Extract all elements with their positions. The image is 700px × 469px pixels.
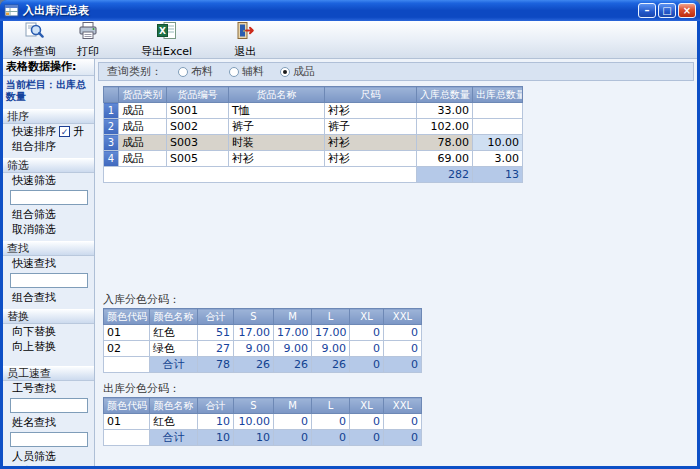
quick-find-link[interactable]: 快速查找 <box>3 256 94 271</box>
col-header-xxl[interactable]: XXL <box>384 309 422 325</box>
person-filter-link[interactable]: 人员筛选 <box>3 449 94 464</box>
cell[interactable]: S005 <box>167 151 229 167</box>
cell[interactable]: 0 <box>384 414 422 430</box>
cell[interactable]: 3.00 <box>473 151 523 167</box>
quick-filter-input[interactable] <box>10 190 88 205</box>
cell[interactable]: 成品 <box>119 119 167 135</box>
col-header-s[interactable]: S <box>234 398 274 414</box>
close-button[interactable]: × <box>678 3 696 18</box>
col-header-s[interactable]: S <box>234 309 274 325</box>
col-header-l[interactable]: L <box>312 398 350 414</box>
active-cell[interactable]: 10.00 <box>473 135 523 151</box>
replace-down-link[interactable]: 向下替换 <box>3 324 94 339</box>
import-data-link[interactable]: 导入数据 <box>3 464 94 466</box>
table-row[interactable]: 01 红色 10 10.00 0 0 0 0 <box>104 414 422 430</box>
col-header-xxl[interactable]: XXL <box>384 398 422 414</box>
cell[interactable]: 0 <box>350 325 384 341</box>
cell[interactable]: 红色 <box>150 325 198 341</box>
minimize-button[interactable]: – <box>638 3 656 18</box>
cell[interactable]: 衬衫 <box>325 103 417 119</box>
cell[interactable]: 裤子 <box>229 119 325 135</box>
combo-sort-link[interactable]: 组合排序 <box>3 139 94 154</box>
col-header-xl[interactable]: XL <box>350 398 384 414</box>
table-row-selected[interactable]: 3 成品 S003 时装 衬衫 78.00 10.00 <box>104 135 523 151</box>
cell[interactable]: 51 <box>198 325 234 341</box>
col-header-subtotal[interactable]: 合计 <box>198 309 234 325</box>
find-by-id-link[interactable]: 工号查找 <box>3 381 94 396</box>
table-row[interactable]: 4 成品 S005 衬衫 衬衫 69.00 3.00 <box>104 151 523 167</box>
ascending-checkbox[interactable] <box>59 126 70 137</box>
title-bar[interactable]: 入出库汇总表 – □ × <box>0 0 700 21</box>
quick-find-input[interactable] <box>10 273 88 288</box>
cell[interactable]: 01 <box>104 414 150 430</box>
cell[interactable]: 成品 <box>119 135 167 151</box>
cell[interactable]: S001 <box>167 103 229 119</box>
employee-id-input[interactable] <box>10 398 88 413</box>
cell[interactable]: S002 <box>167 119 229 135</box>
cell[interactable]: 9.00 <box>274 341 312 357</box>
cell[interactable]: 衬衫 <box>229 151 325 167</box>
cell[interactable]: 0 <box>350 341 384 357</box>
col-header-l[interactable]: L <box>312 309 350 325</box>
table-row[interactable]: 2 成品 S002 裤子 裤子 102.00 <box>104 119 523 135</box>
replace-up-link[interactable]: 向上替换 <box>3 339 94 354</box>
cell[interactable]: S003 <box>167 135 229 151</box>
table-row[interactable]: 02 绿色 27 9.00 9.00 9.00 0 0 <box>104 341 422 357</box>
col-header-category[interactable]: 货品类别 <box>119 87 167 103</box>
print-button[interactable]: 打印 <box>65 23 111 57</box>
cell[interactable]: 0 <box>350 414 384 430</box>
cell[interactable]: 69.00 <box>417 151 473 167</box>
radio-icon[interactable] <box>280 67 290 77</box>
quick-sort-link[interactable]: 快速排序 <box>12 124 56 139</box>
cell[interactable] <box>473 119 523 135</box>
cell[interactable]: 衬衫 <box>325 151 417 167</box>
row-number[interactable]: 3 <box>104 135 119 151</box>
cell[interactable]: 17.00 <box>312 325 350 341</box>
radio-option-accessory[interactable]: 辅料 <box>229 64 264 79</box>
radio-icon[interactable] <box>229 67 239 77</box>
cell[interactable]: T恤 <box>229 103 325 119</box>
col-header-color-code[interactable]: 颜色代码 <box>104 398 150 414</box>
cell[interactable]: 0 <box>312 414 350 430</box>
radio-icon[interactable] <box>178 67 188 77</box>
cell[interactable]: 时装 <box>229 135 325 151</box>
cell[interactable] <box>473 103 523 119</box>
cell[interactable]: 10 <box>198 414 234 430</box>
col-header-color-name[interactable]: 颜色名称 <box>150 398 198 414</box>
col-header-color-name[interactable]: 颜色名称 <box>150 309 198 325</box>
col-header-size[interactable]: 尺码 <box>325 87 417 103</box>
col-header-in-total[interactable]: 入库总数量 <box>417 87 473 103</box>
cell[interactable]: 成品 <box>119 103 167 119</box>
cell[interactable]: 02 <box>104 341 150 357</box>
col-header-name[interactable]: 货品名称 <box>229 87 325 103</box>
cell[interactable]: 衬衫 <box>325 135 417 151</box>
row-number[interactable]: 1 <box>104 103 119 119</box>
radio-option-finished[interactable]: 成品 <box>280 64 315 79</box>
cell[interactable]: 0 <box>384 341 422 357</box>
col-header-subtotal[interactable]: 合计 <box>198 398 234 414</box>
combo-filter-link[interactable]: 组合筛选 <box>3 207 94 222</box>
cell[interactable]: 成品 <box>119 151 167 167</box>
quick-filter-link[interactable]: 快速筛选 <box>3 173 94 188</box>
col-header-m[interactable]: M <box>274 309 312 325</box>
cell[interactable]: 绿色 <box>150 341 198 357</box>
cell[interactable]: 9.00 <box>312 341 350 357</box>
maximize-button[interactable]: □ <box>658 3 676 18</box>
table-row[interactable]: 01 红色 51 17.00 17.00 17.00 0 0 <box>104 325 422 341</box>
export-excel-button[interactable]: X 导出Excel <box>141 23 192 57</box>
cell[interactable]: 0 <box>384 325 422 341</box>
cell[interactable]: 102.00 <box>417 119 473 135</box>
cell[interactable]: 红色 <box>150 414 198 430</box>
exit-button[interactable]: 退出 <box>222 23 268 57</box>
cell[interactable]: 17.00 <box>274 325 312 341</box>
find-by-name-link[interactable]: 姓名查找 <box>3 415 94 430</box>
cancel-filter-link[interactable]: 取消筛选 <box>3 222 94 237</box>
cell[interactable]: 10.00 <box>234 414 274 430</box>
condition-query-button[interactable]: 条件查询 <box>11 23 57 57</box>
table-row[interactable]: 1 成品 S001 T恤 衬衫 33.00 <box>104 103 523 119</box>
col-header-code[interactable]: 货品编号 <box>167 87 229 103</box>
cell[interactable]: 9.00 <box>234 341 274 357</box>
col-header-color-code[interactable]: 颜色代码 <box>104 309 150 325</box>
col-header-out-total[interactable]: 出库总数量 <box>473 87 523 103</box>
row-number[interactable]: 2 <box>104 119 119 135</box>
